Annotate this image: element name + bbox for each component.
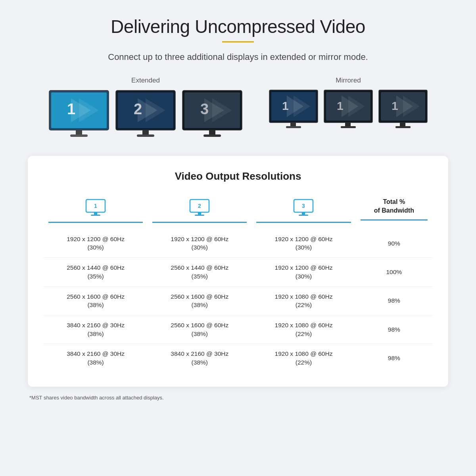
col-header-display1: 1 (44, 194, 148, 229)
mirrored-svg-1: 1 (268, 88, 319, 131)
monitor-icon-1: 1 (85, 199, 106, 216)
svg-text:3: 3 (200, 101, 209, 117)
col-header-icon-3: 3 (256, 199, 351, 223)
svg-rect-44 (94, 212, 97, 215)
svg-text:1: 1 (337, 99, 344, 112)
bandwidth-header-text: Total %of Bandwidth (361, 198, 428, 223)
extended-label: Extended (131, 77, 160, 84)
svg-rect-20 (203, 134, 221, 137)
svg-rect-45 (91, 215, 100, 216)
monitors-section: Extended 1 (24, 77, 452, 140)
extended-group: Extended 1 (47, 77, 244, 140)
table-card: Video Output Resolutions 1 (28, 156, 448, 387)
mirrored-svg-3: 1 (377, 88, 429, 131)
monitor-svg-3: 3 (180, 88, 244, 140)
cell-display3-row1: 1920 x 1200 @ 60Hz(30%) (251, 258, 355, 286)
extended-monitor-3: 3 (180, 88, 244, 140)
cell-display1-row2: 2560 x 1600 @ 60Hz(38%) (44, 286, 148, 315)
mirrored-monitor-2: 1 (322, 88, 374, 131)
col4-underline (361, 219, 428, 221)
extended-monitor-1: 1 (47, 88, 111, 140)
cell-display2-row3: 2560 x 1600 @ 60Hz(38%) (148, 315, 251, 344)
cell-bandwidth-row0: 90% (356, 229, 432, 258)
table-row: 1920 x 1200 @ 60Hz(30%)1920 x 1200 @ 60H… (44, 229, 432, 258)
svg-text:2: 2 (134, 101, 142, 117)
svg-text:1: 1 (392, 99, 398, 112)
cell-display2-row1: 2560 x 1440 @ 60Hz(35%) (148, 258, 251, 286)
cell-display1-row3: 3840 x 2160 @ 30Hz(38%) (44, 315, 148, 344)
svg-text:1: 1 (94, 203, 97, 209)
svg-rect-48 (198, 212, 201, 215)
svg-rect-40 (400, 123, 405, 127)
cell-display3-row3: 1920 x 1080 @ 60Hz(22%) (251, 315, 355, 344)
mirrored-label: Mirrored (336, 77, 361, 84)
svg-rect-27 (286, 126, 301, 128)
col-header-icon-1: 1 (48, 199, 143, 223)
cell-display2-row2: 2560 x 1600 @ 60Hz(38%) (148, 286, 251, 315)
svg-rect-6 (70, 134, 88, 137)
monitor-svg-1: 1 (47, 88, 111, 140)
col-header-bandwidth: Total %of Bandwidth (356, 194, 432, 229)
mirrored-monitor-1: 1 (268, 88, 319, 131)
svg-rect-49 (195, 215, 204, 216)
cell-display2-row0: 1920 x 1200 @ 60Hz(30%) (148, 229, 251, 258)
footnote: *MST shares video bandwidth across all a… (28, 395, 448, 401)
cell-display1-row1: 2560 x 1440 @ 60Hz(35%) (44, 258, 148, 286)
cell-display1-row0: 1920 x 1200 @ 60Hz(30%) (44, 229, 148, 258)
cell-bandwidth-row2: 98% (356, 286, 432, 315)
col-header-display2: 2 (148, 194, 251, 229)
cell-display3-row2: 1920 x 1080 @ 60Hz(22%) (251, 286, 355, 315)
mirrored-svg-2: 1 (322, 88, 374, 131)
mirrored-monitors-row: 1 1 (268, 88, 429, 131)
col3-underline (256, 222, 351, 223)
cell-display3-row0: 1920 x 1200 @ 60Hz(30%) (251, 229, 355, 258)
mirrored-group: Mirrored 1 (268, 77, 429, 131)
page-title: Delivering Uncompressed Video (111, 16, 365, 37)
table-row: 2560 x 1600 @ 60Hz(38%)2560 x 1600 @ 60H… (44, 286, 432, 315)
svg-rect-52 (302, 212, 305, 215)
table-row: 3840 x 2160 @ 30Hz(38%)2560 x 1600 @ 60H… (44, 315, 432, 344)
svg-rect-41 (395, 126, 411, 128)
col2-underline (152, 222, 247, 223)
svg-text:2: 2 (198, 203, 201, 209)
table-row: 2560 x 1440 @ 60Hz(35%)2560 x 1440 @ 60H… (44, 258, 432, 286)
svg-rect-33 (345, 123, 351, 127)
svg-rect-5 (76, 130, 82, 135)
svg-rect-53 (299, 215, 308, 216)
col-header-display3: 3 (251, 194, 355, 229)
title-underline (222, 41, 254, 42)
table-title: Video Output Resolutions (44, 170, 432, 182)
svg-text:3: 3 (302, 203, 305, 209)
mirrored-monitor-3: 1 (377, 88, 429, 131)
cell-display3-row4: 1920 x 1080 @ 60Hz(22%) (251, 344, 355, 372)
page-subtitle: Connect up to three additional displays … (108, 52, 368, 62)
monitor-icon-3: 3 (293, 199, 314, 216)
svg-rect-12 (142, 130, 149, 135)
table-row: 3840 x 2160 @ 30Hz(38%)3840 x 2160 @ 30H… (44, 344, 432, 372)
extended-monitor-2: 2 (114, 88, 177, 140)
svg-text:1: 1 (67, 101, 75, 117)
cell-bandwidth-row3: 98% (356, 315, 432, 344)
svg-rect-26 (290, 123, 296, 127)
monitor-svg-2: 2 (114, 88, 177, 140)
extended-monitors-row: 1 2 (47, 88, 244, 140)
cell-bandwidth-row1: 100% (356, 258, 432, 286)
cell-bandwidth-row4: 98% (356, 344, 432, 372)
svg-rect-19 (209, 130, 215, 135)
svg-rect-13 (137, 134, 154, 137)
svg-text:1: 1 (282, 99, 289, 112)
svg-rect-34 (341, 126, 356, 128)
monitor-icon-2: 2 (189, 199, 210, 216)
resolution-table: 1 2 (44, 194, 432, 372)
col1-underline (48, 222, 143, 223)
cell-display1-row4: 3840 x 2160 @ 30Hz(38%) (44, 344, 148, 372)
cell-display2-row4: 3840 x 2160 @ 30Hz(38%) (148, 344, 251, 372)
col-header-icon-2: 2 (152, 199, 247, 223)
